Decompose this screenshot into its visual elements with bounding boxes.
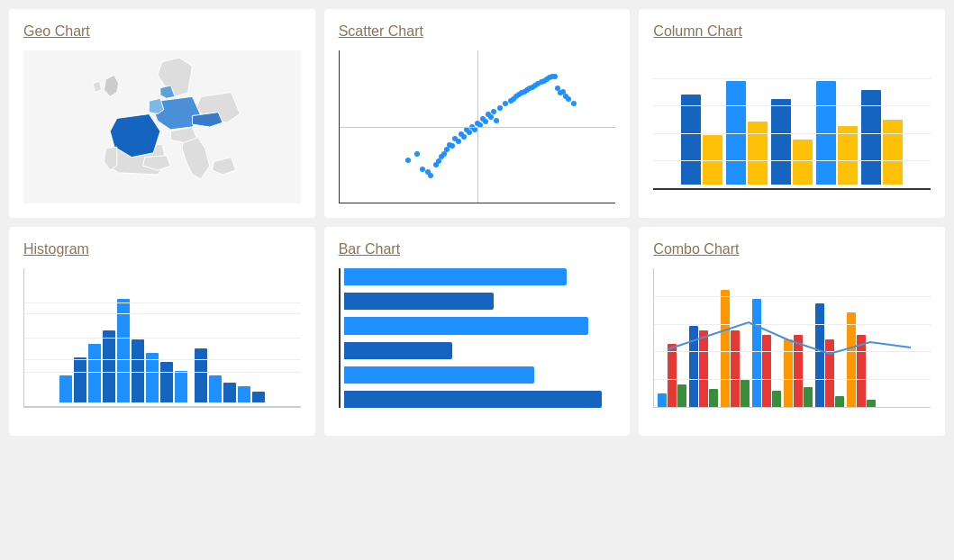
scatter-dot (566, 96, 571, 102)
col-group (816, 81, 858, 185)
col-group (681, 95, 722, 185)
combo-bar (752, 299, 761, 407)
combo-group (815, 303, 844, 407)
col-group (726, 81, 768, 185)
combo-bar (784, 339, 793, 407)
combo-bars (654, 268, 931, 407)
geo-chart-area (23, 50, 301, 203)
hist-bar (238, 386, 250, 402)
grid-line (24, 303, 301, 303)
bar-row (344, 317, 589, 334)
hist-bar (175, 371, 187, 402)
col-bar (883, 120, 903, 185)
hist-bar (117, 299, 130, 402)
combo-bar (668, 344, 677, 407)
col-bar (771, 99, 791, 185)
histogram-card: Histogram (9, 227, 315, 436)
scatter-dot (516, 92, 522, 97)
hist-bar (160, 362, 173, 402)
hist-bar (195, 348, 207, 402)
col-group (861, 90, 903, 185)
column-chart-area (653, 50, 931, 203)
combo-bar (835, 396, 844, 407)
bar-row (344, 268, 567, 285)
combo-bar (689, 326, 698, 407)
scatter-dot (494, 118, 499, 123)
hist-bar (209, 375, 222, 402)
hist-bar (103, 330, 115, 402)
scatter-dot (560, 89, 566, 95)
hist-bar (88, 344, 101, 402)
combo-bar (794, 335, 803, 407)
combo-chart-card: Combo Chart (639, 227, 945, 436)
bar-chart-title[interactable]: Bar Chart (339, 241, 616, 257)
col-bar (861, 90, 881, 185)
hist-bar (146, 353, 159, 402)
chart-grid: Geo Chart (9, 9, 945, 436)
grid-line (24, 338, 301, 339)
scatter-dot (527, 86, 532, 91)
scatter-dot (522, 89, 527, 95)
histogram-title[interactable]: Histogram (23, 241, 301, 257)
combo-bar (721, 290, 730, 407)
scatter-chart-title[interactable]: Scatter Chart (339, 23, 616, 40)
scatter-dot (472, 127, 477, 132)
bar-chart-card: Bar Chart (324, 227, 631, 436)
scatter-dot (532, 83, 538, 88)
scatter-chart-card: Scatter Chart (324, 9, 631, 218)
combo-group (847, 312, 876, 407)
combo-chart-area (653, 268, 931, 421)
col-group (771, 99, 813, 185)
combo-group (752, 299, 781, 407)
combo-bar (804, 387, 813, 407)
scatter-dot (425, 169, 431, 175)
combo-bar (825, 339, 834, 407)
combo-bar (731, 330, 740, 407)
col-bar (838, 126, 858, 185)
combo-bar (762, 335, 771, 407)
scatter-dot (488, 114, 494, 120)
scatter-dot (571, 101, 577, 106)
combo-bar (867, 400, 876, 407)
bar-row (344, 366, 534, 384)
scatter-dot (497, 105, 503, 111)
geo-svg (23, 50, 301, 203)
col-bar (793, 140, 813, 185)
combo-bar (740, 380, 750, 407)
combo-bar (772, 391, 781, 407)
scatter-dot (456, 139, 461, 144)
col-bar (748, 122, 768, 185)
scatter-dot (550, 74, 555, 79)
combo-bar (658, 393, 667, 407)
scatter-dot (483, 119, 488, 124)
grid-line (653, 78, 931, 79)
bar-row (344, 293, 494, 310)
bar-row (344, 391, 603, 408)
hist-bar (252, 392, 265, 402)
hist-bar (223, 383, 236, 402)
combo-group (658, 344, 686, 407)
histogram-area (23, 268, 301, 421)
combo-bar (847, 312, 856, 407)
scatter-dot (444, 147, 450, 152)
scatter-dot (539, 79, 544, 85)
combo-bar (815, 303, 824, 407)
combo-chart-title[interactable]: Combo Chart (653, 241, 931, 257)
geo-chart-title[interactable]: Geo Chart (23, 23, 301, 40)
combo-bar (857, 335, 866, 407)
column-chart-title[interactable]: Column Chart (653, 23, 931, 40)
combo-bar (699, 330, 708, 407)
column-chart-card: Column Chart (639, 9, 945, 218)
combo-bar (677, 384, 686, 407)
col-bar (681, 95, 701, 185)
scatter-dot (503, 101, 508, 106)
scatter-dot (405, 158, 411, 163)
scatter-dot (491, 109, 496, 114)
combo-group (689, 326, 718, 407)
scatter-dot (414, 151, 420, 157)
scatter-dot (555, 86, 560, 91)
hist-bar (132, 339, 144, 402)
hist-bar (74, 357, 86, 402)
combo-group (721, 290, 750, 407)
scatter-dot (450, 143, 455, 149)
